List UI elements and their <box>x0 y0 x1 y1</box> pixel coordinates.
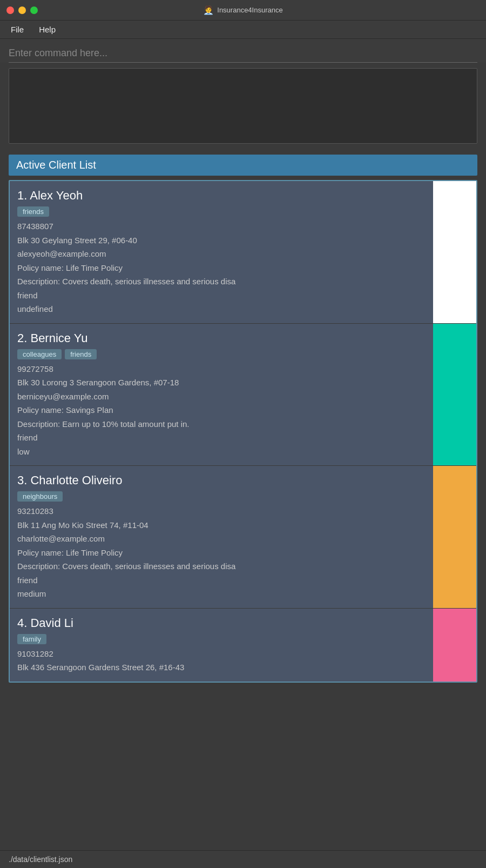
client-address-3: Blk 11 Ang Mo Kio Street 74, #11-04 <box>17 519 426 532</box>
status-path: ./data/clientlist.json <box>9 855 72 864</box>
close-button[interactable] <box>6 6 14 14</box>
tag-friends: friends <box>17 206 49 217</box>
app-icon: 🧑‍💼 <box>203 5 214 15</box>
tag-neighbours: neighbours <box>17 491 63 502</box>
menubar: File Help <box>0 21 486 39</box>
client-tags-4: family <box>17 634 426 644</box>
client-card-3[interactable]: 3. Charlotte Oliveironeighbours93210283B… <box>10 466 476 609</box>
client-tags-3: neighbours <box>17 491 426 502</box>
statusbar: ./data/clientlist.json <box>0 850 486 868</box>
client-policy-1: Policy name: Life Time Policy <box>17 262 426 275</box>
client-address-2: Blk 30 Lorong 3 Serangoon Gardens, #07-1… <box>17 377 426 389</box>
client-risk-1: undefined <box>17 303 426 316</box>
maximize-button[interactable] <box>30 6 38 14</box>
client-name-1: 1. Alex Yeoh <box>17 189 426 203</box>
client-policy-3: Policy name: Life Time Policy <box>17 547 426 559</box>
client-name-4: 4. David Li <box>17 616 426 630</box>
client-card-2[interactable]: 2. Bernice Yucolleaguesfriends99272758Bl… <box>10 324 476 466</box>
client-swatch-2 <box>433 324 476 466</box>
client-tags-1: friends <box>17 206 426 217</box>
client-relation-2: friend <box>17 432 426 444</box>
tag-colleagues: colleagues <box>17 349 62 359</box>
titlebar: 🧑‍💼 Insurance4Insurance <box>0 0 486 21</box>
client-description-2: Description: Earn up to 10% total amount… <box>17 418 426 431</box>
output-box <box>9 68 477 144</box>
client-card-4[interactable]: 4. David Lifamily91031282Blk 436 Serango… <box>10 609 476 682</box>
client-phone-4: 91031282 <box>17 648 426 660</box>
client-email-1: alexyeoh@example.com <box>17 248 426 261</box>
client-phone-3: 93210283 <box>17 505 426 518</box>
app-title: 🧑‍💼 Insurance4Insurance <box>203 5 282 15</box>
client-risk-2: low <box>17 446 426 458</box>
client-policy-2: Policy name: Savings Plan <box>17 404 426 417</box>
tag-friends: friends <box>65 349 97 359</box>
client-relation-3: friend <box>17 575 426 587</box>
tag-family: family <box>17 634 46 644</box>
client-relation-1: friend <box>17 290 426 302</box>
client-address-4: Blk 436 Serangoon Gardens Street 26, #16… <box>17 662 426 674</box>
client-swatch-4 <box>433 609 476 682</box>
client-address-1: Blk 30 Geylang Street 29, #06-40 <box>17 235 426 247</box>
client-main-4: 4. David Lifamily91031282Blk 436 Serango… <box>10 609 433 682</box>
client-list-wrapper: 1. Alex Yeohfriends87438807Blk 30 Geylan… <box>9 180 477 683</box>
section-header: Active Client List <box>9 155 477 176</box>
command-input[interactable] <box>9 45 477 63</box>
client-main-2: 2. Bernice Yucolleaguesfriends99272758Bl… <box>10 324 433 466</box>
client-card-1[interactable]: 1. Alex Yeohfriends87438807Blk 30 Geylan… <box>10 181 476 324</box>
client-phone-1: 87438807 <box>17 221 426 233</box>
menu-help[interactable]: Help <box>37 23 58 36</box>
client-main-3: 3. Charlotte Oliveironeighbours93210283B… <box>10 466 433 608</box>
client-description-1: Description: Covers death, serious illne… <box>17 276 426 288</box>
client-email-3: charlotte@example.com <box>17 533 426 545</box>
client-main-1: 1. Alex Yeohfriends87438807Blk 30 Geylan… <box>10 181 433 323</box>
client-swatch-1 <box>433 181 476 323</box>
command-area <box>0 39 486 63</box>
minimize-button[interactable] <box>18 6 26 14</box>
client-list: 1. Alex Yeohfriends87438807Blk 30 Geylan… <box>10 181 476 682</box>
client-risk-3: medium <box>17 588 426 600</box>
client-name-2: 2. Bernice Yu <box>17 331 426 345</box>
client-swatch-3 <box>433 466 476 608</box>
client-phone-2: 99272758 <box>17 363 426 376</box>
client-email-2: berniceyu@example.com <box>17 391 426 403</box>
menu-file[interactable]: File <box>9 23 26 36</box>
client-description-3: Description: Covers death, serious illne… <box>17 560 426 573</box>
client-tags-2: colleaguesfriends <box>17 349 426 359</box>
window-controls <box>6 6 38 14</box>
client-name-3: 3. Charlotte Oliveiro <box>17 473 426 488</box>
